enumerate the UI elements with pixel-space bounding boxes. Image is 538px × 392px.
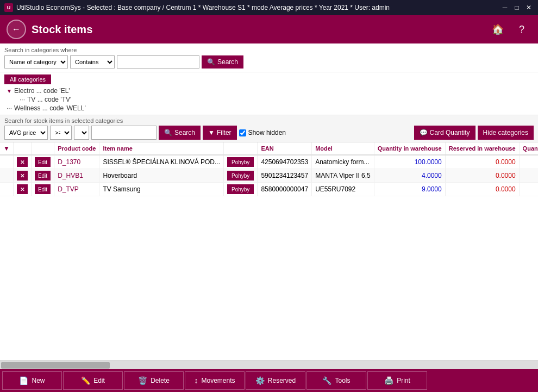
edit-row-button[interactable]: Edit [35,157,51,167]
print-button[interactable]: 🖨️ Print [367,371,427,390]
back-button[interactable]: ← [7,20,26,39]
stock-search-button[interactable]: 🔍 Search [159,126,201,140]
pohyby-button[interactable]: Pohyby [227,184,254,194]
window-controls[interactable]: ─ □ ✕ [500,3,534,12]
stock-items-table: ▼ Product code Item name EAN Model Quant… [0,142,538,196]
category-search-input[interactable] [117,55,199,69]
maximize-button[interactable]: □ [512,3,522,12]
table-row: ✕ Edit D_1370 SISSEL® ŠPECIÁLNA KLINOVÁ … [0,155,538,169]
sort-icon: ▼ [3,145,10,152]
row-qty-warehouse: 9.0000 [374,183,445,196]
card-quantity-button[interactable]: 💬 Card Quantity [414,126,476,140]
pohyby-button[interactable]: Pohyby [227,171,254,181]
show-hidden-text: Show hidden [248,129,286,136]
col-model[interactable]: Model [312,142,374,155]
row-checkbox-cell [0,155,13,169]
delete-row-button[interactable]: ✕ [17,184,28,194]
col-qty-all[interactable]: Quantity all warehouses [519,142,538,155]
row-edit-cell: Edit [31,155,54,169]
close-button[interactable]: ✕ [524,3,534,12]
tree-item-wellness[interactable]: ··· Wellness ... code 'WELL' [7,104,534,113]
main-content: Search in categories where Name of categ… [0,43,538,369]
edit-row-button[interactable]: Edit [35,171,51,181]
tools-button[interactable]: 🔧 Tools [306,371,366,390]
row-model: MANTA Viper II 6,5 [312,169,374,183]
tree-item-tv[interactable]: ··· TV ... code 'TV' [7,95,534,104]
stock-search-row: AVG price >= <= = > < ▼ 🔍 Search ▼ Filte… [4,126,534,140]
search-icon2: 🔍 [164,129,172,136]
pohyby-button[interactable]: Pohyby [227,157,254,167]
col-pohyby [224,142,258,155]
delete-button[interactable]: 🗑️ Delete [124,371,184,390]
header-left: ← Stock items [7,20,92,39]
row-product-code: D_HVB1 [54,169,99,183]
edit-button-label: Edit [93,377,105,384]
row-checkbox-cell [0,169,13,183]
category-field-select[interactable]: Name of category Code [4,55,68,69]
tools-icon: 🔧 [322,376,331,385]
stock-search-button-label: Search [174,129,195,136]
row-pohyby-cell: Pohyby [224,183,258,196]
row-qty-all: 100.0000 [519,155,538,169]
reserved-icon: ⚙️ [255,376,265,385]
row-qty-warehouse: 100.0000 [374,155,445,169]
row-product-code: D_1370 [54,155,99,169]
row-item-name: SISSEL® ŠPECIÁLNA KLINOVÁ POD... [99,155,224,169]
operator-select[interactable]: >= <= = > < [50,126,72,140]
scrollbar-thumb[interactable] [1,362,110,369]
minimize-button[interactable]: ─ [500,3,510,12]
horizontal-scrollbar[interactable] [0,360,538,369]
tree-item-wellness-label: Wellness ... code 'WELL' [14,104,86,112]
col-del [13,142,31,155]
row-item-name: Hoverboard [99,169,224,183]
filter-icon: ▼ [208,129,215,136]
delete-button-label: Delete [151,377,170,384]
help-button[interactable]: ? [512,20,531,39]
edit-button[interactable]: ✏️ Edit [63,371,123,390]
col-sort[interactable]: ▼ [0,142,13,155]
print-icon: 🖨️ [384,376,393,385]
edit-row-button[interactable]: Edit [35,184,51,194]
home-button[interactable]: 🏠 [488,20,508,39]
avg-price-field-select[interactable]: AVG price [4,126,48,140]
delete-row-button[interactable]: ✕ [17,157,28,167]
hide-categories-button[interactable]: Hide categories [478,126,534,140]
col-product-code[interactable]: Product code [54,142,99,155]
tree-dot-icon2: ··· [7,104,14,112]
row-delete-cell: ✕ [13,155,31,169]
titlebar: U UtilStudio EconomSys - Selected : Base… [0,0,538,15]
category-operator-select[interactable]: Contains Starts with Equals [70,55,115,69]
table-row: ✕ Edit D_TVP TV Samsung Pohyby 858000000… [0,183,538,196]
movements-icon: ↕️ [194,376,198,385]
delete-row-button[interactable]: ✕ [17,171,28,181]
new-button[interactable]: 📄 New [2,371,62,390]
show-hidden-label[interactable]: Show hidden [239,129,286,136]
tree-item-electro[interactable]: ▼ Electro ... code 'EL' [7,86,534,95]
reserved-button-label: Reserved [268,377,296,384]
col-reserved-warehouse[interactable]: Reserved in warehouse [445,142,519,155]
show-hidden-checkbox[interactable] [239,129,246,136]
category-search-button[interactable]: 🔍 Search [202,55,243,69]
col-qty-warehouse[interactable]: Quantity in warehouse [374,142,445,155]
movements-button[interactable]: ↕️ Movements [185,371,245,390]
row-product-code: D_TVP [54,183,99,196]
row-ean: 5901234123457 [258,169,312,183]
filter-button[interactable]: ▼ Filter [203,126,237,140]
row-qty-all: 4.0000 [519,169,538,183]
category-tree: ▼ Electro ... code 'EL' ··· TV ... code … [4,86,534,113]
col-item-name[interactable]: Item name [99,142,224,155]
stock-search-input[interactable] [91,126,157,140]
all-categories-button[interactable]: All categories [4,74,51,84]
tree-toggle-icon: ▼ [7,88,14,94]
row-qty-all: 9.0000 [519,183,538,196]
col-ean[interactable]: EAN [258,142,312,155]
movements-button-label: Movements [201,377,235,384]
reserved-button[interactable]: ⚙️ Reserved [246,371,305,390]
table-body: ✕ Edit D_1370 SISSEL® ŠPECIÁLNA KLINOVÁ … [0,155,538,196]
operator-select2[interactable]: ▼ [74,126,89,140]
row-delete-cell: ✕ [13,169,31,183]
delete-icon: 🗑️ [138,376,147,385]
print-button-label: Print [397,377,410,384]
edit-icon: ✏️ [81,376,90,385]
row-reserved-warehouse: 0.0000 [445,155,519,169]
